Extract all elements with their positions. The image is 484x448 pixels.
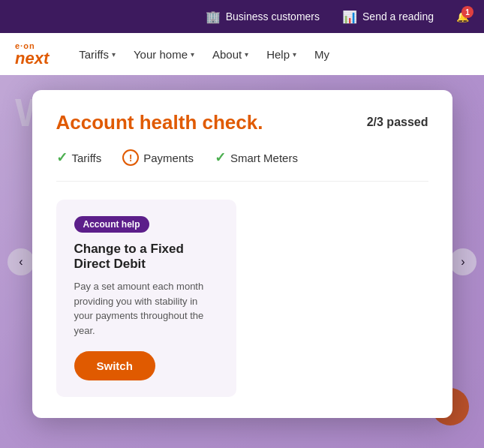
modal-title: Account health check.: [56, 111, 263, 134]
nav-item-your-home[interactable]: Your home ▾: [126, 44, 202, 65]
check-smart-meters: ✓ Smart Meters: [215, 149, 298, 166]
page-background: W... ‹ › ! Account health check. 2/3 pas…: [0, 75, 484, 448]
nav-item-about[interactable]: About ▾: [205, 44, 256, 65]
check-items-row: ✓ Tariffs ! Payments ✓ Smart Meters: [56, 149, 428, 182]
chevron-down-icon: ▾: [112, 50, 116, 59]
modal-header: Account health check. 2/3 passed: [56, 111, 428, 134]
account-help-badge: Account help: [74, 216, 149, 233]
warning-icon: !: [122, 149, 139, 166]
nav-items: Tariffs ▾ Your home ▾ About ▾ Help ▾ My: [71, 44, 337, 65]
check-smart-meters-label: Smart Meters: [230, 152, 298, 164]
switch-button[interactable]: Switch: [74, 351, 155, 380]
nav-your-home-label: Your home: [134, 48, 188, 61]
logo-next: next: [15, 50, 49, 67]
main-navigation: e·on next Tariffs ▾ Your home ▾ About ▾ …: [0, 33, 484, 75]
notification-badge: 1: [461, 6, 473, 18]
chevron-down-icon: ▾: [191, 50, 194, 59]
nav-my-label: My: [314, 48, 329, 61]
check-tariffs-label: Tariffs: [72, 152, 102, 164]
logo[interactable]: e·on next: [15, 42, 49, 67]
top-utility-bar: 🏢 Business customers 📊 Send a reading 🔔 …: [0, 0, 484, 33]
check-payments-label: Payments: [143, 152, 194, 164]
chevron-down-icon: ▾: [293, 50, 296, 59]
chevron-down-icon: ▾: [245, 50, 248, 59]
card-description: Pay a set amount each month providing yo…: [74, 279, 218, 338]
account-help-card: Account help Change to a Fixed Direct De…: [56, 200, 236, 397]
nav-help-label: Help: [266, 48, 290, 61]
send-reading-link[interactable]: 📊 Send a reading: [342, 10, 434, 24]
check-pass-icon: ✓: [56, 149, 68, 166]
nav-tariffs-label: Tariffs: [79, 48, 109, 61]
briefcase-icon: 🏢: [206, 10, 221, 24]
nav-about-label: About: [212, 48, 242, 61]
card-title: Change to a Fixed Direct Debit: [74, 242, 218, 272]
check-payments: ! Payments: [122, 149, 194, 166]
check-tariffs: ✓ Tariffs: [56, 149, 102, 166]
modal-overlay: Account health check. 2/3 passed ✓ Tarif…: [0, 75, 484, 448]
nav-item-my[interactable]: My: [307, 44, 337, 65]
send-reading-label: Send a reading: [362, 11, 434, 23]
meter-icon: 📊: [342, 10, 357, 24]
business-customers-link[interactable]: 🏢 Business customers: [206, 10, 320, 24]
account-health-modal: Account health check. 2/3 passed ✓ Tarif…: [32, 90, 452, 418]
passed-count: 2/3 passed: [367, 116, 428, 129]
nav-item-help[interactable]: Help ▾: [259, 44, 304, 65]
notification-bell[interactable]: 🔔 1: [456, 11, 469, 23]
nav-item-tariffs[interactable]: Tariffs ▾: [71, 44, 123, 65]
business-customers-label: Business customers: [226, 11, 320, 23]
check-pass-icon: ✓: [215, 149, 226, 166]
